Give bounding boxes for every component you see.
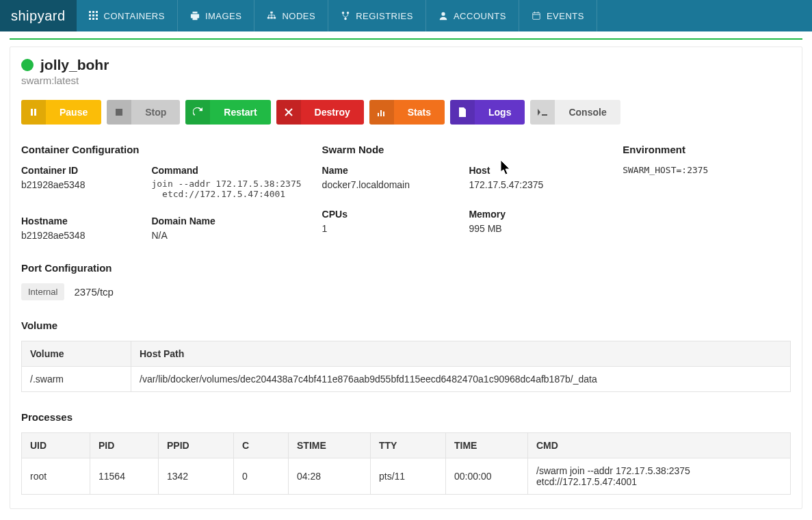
stop-icon [107,100,131,125]
swarm-memory-label: Memory [469,209,602,220]
svg-rect-1 [92,11,94,13]
nav-label: ACCOUNTS [454,11,506,21]
swarm-cpus-value: 1 [322,222,456,236]
section-title: Environment [623,144,791,155]
section-title: Port Configuration [21,262,791,274]
hostname-value: b21928ae5348 [21,229,137,243]
nav-registries[interactable]: REGISTRIES [328,0,426,31]
restart-button[interactable]: Restart [185,100,270,125]
calendar-icon [532,11,541,21]
volume-section: Volume Volume Host Path /.swarm /var/lib… [21,320,791,392]
button-label: Restart [210,100,270,125]
stop-button[interactable]: Stop [107,100,180,125]
nav-nodes[interactable]: NODES [254,0,328,31]
port-config-section: Port Configuration Internal 2375/tcp [21,262,791,300]
file-icon [450,100,475,125]
section-title: Swarm Node [322,144,603,155]
svg-rect-20 [116,109,122,116]
nav-label: REGISTRIES [356,11,413,21]
nav-accounts[interactable]: ACCOUNTS [426,0,519,31]
command-label: Command [151,165,301,176]
svg-point-13 [342,12,345,14]
processes-section: Processes UID PID PPID C STIME TTY TIME … [21,411,791,495]
status-dot [21,59,34,71]
sitemap-icon [267,11,276,21]
table-row: /.swarm /var/lib/docker/volumes/dec20443… [22,366,791,391]
svg-rect-0 [89,11,91,13]
svg-rect-5 [96,14,98,16]
table-header: PID [90,432,159,458]
nav-label: NODES [282,11,315,21]
print-icon [190,11,200,21]
brand-logo[interactable]: shipyard [0,0,77,31]
svg-rect-22 [380,110,382,116]
action-buttons: Pause Stop Restart Destroy Stats Logs [21,100,791,125]
table-cell: /var/lib/docker/volumes/dec204438a7c4bf4… [131,366,791,391]
nav-label: IMAGES [205,11,242,21]
table-cell: 11564 [90,458,159,494]
svg-rect-23 [383,112,384,116]
pause-button[interactable]: Pause [21,100,101,125]
swarm-name-label: Name [322,165,456,176]
svg-rect-21 [378,113,379,116]
svg-rect-17 [533,13,540,20]
container-id-label: Container ID [21,165,137,176]
button-label: Destroy [301,100,364,125]
volume-table: Volume Host Path /.swarm /var/lib/docker… [21,341,791,392]
nav-containers[interactable]: CONTAINERS [77,0,178,31]
table-cell: 04:28 [289,458,371,494]
port-value: 2375/tcp [74,286,114,298]
hostname-label: Hostname [21,216,137,226]
table-header: TTY [371,432,446,458]
top-nav: shipyard CONTAINERS IMAGES NODES REGISTR… [0,0,812,31]
table-header: PPID [159,432,234,458]
port-badge: Internal [21,283,64,300]
logs-button[interactable]: Logs [450,100,525,125]
console-button[interactable]: Console [530,100,620,125]
table-cell: 00:00:00 [446,458,528,494]
swarm-host-value: 172.17.5.47:2375 [469,179,602,192]
env-entry: SWARM_HOST=:2375 [623,165,791,175]
container-id-value: b21928ae5348 [21,179,137,192]
svg-rect-18 [31,109,33,116]
table-cell: root [22,458,90,494]
title-row: jolly_bohr [21,57,791,73]
swarm-host-label: Host [469,165,602,176]
svg-rect-6 [89,18,91,20]
swarm-memory-value: 995 MB [469,222,602,236]
table-cell: 0 [234,458,289,494]
table-cell: 1342 [159,458,234,494]
button-label: Stats [394,100,445,125]
svg-rect-10 [267,17,270,19]
table-header: CMD [528,432,791,458]
chart-icon [369,100,394,125]
container-name: jolly_bohr [40,57,109,73]
table-header: Host Path [131,341,791,366]
terminal-icon [530,100,555,125]
processes-table: UID PID PPID C STIME TTY TIME CMD root 1… [21,432,791,495]
fork-icon [341,11,350,21]
refresh-icon [185,100,210,125]
image-tag: swarm:latest [21,75,791,86]
svg-rect-8 [96,18,98,20]
table-header: UID [22,432,90,458]
section-title: Container Configuration [21,144,302,155]
nav-images[interactable]: IMAGES [178,0,255,31]
environment-section: Environment SWARM_HOST=:2375 [623,144,791,243]
swarm-node-section: Swarm Node Name docker7.localdomain Host… [322,144,603,243]
button-label: Pause [46,100,101,125]
nav-events[interactable]: EVENTS [519,0,597,31]
stats-button[interactable]: Stats [369,100,445,125]
destroy-button[interactable]: Destroy [276,100,364,125]
button-label: Stop [131,100,180,125]
table-row: root 11564 1342 0 04:28 pts/11 00:00:00 … [22,458,791,494]
table-header: STIME [289,432,371,458]
table-cell: pts/11 [371,458,446,494]
button-label: Logs [475,100,525,125]
close-icon [276,100,301,125]
swarm-cpus-label: CPUs [322,209,456,220]
user-icon [438,11,448,21]
button-label: Console [555,100,620,125]
table-header: TIME [446,432,528,458]
section-title: Processes [21,411,791,423]
